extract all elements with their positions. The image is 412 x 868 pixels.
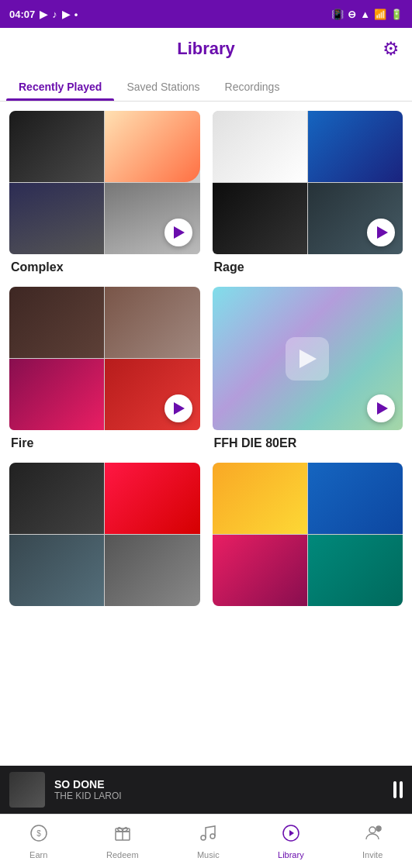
card-label-fire: Fire bbox=[9, 436, 200, 450]
page-title: Library bbox=[177, 39, 235, 59]
card-image-complex bbox=[9, 111, 200, 254]
collage-cell-3 bbox=[9, 535, 104, 606]
nav-label-music: Music bbox=[197, 850, 220, 859]
youtube-icon: ▶ bbox=[40, 9, 47, 20]
card-label-rage: Rage bbox=[213, 260, 403, 274]
library-icon bbox=[282, 824, 300, 847]
card-ffh: FFH DIE 80ER bbox=[213, 287, 403, 450]
ffh-play-icon bbox=[286, 337, 329, 381]
collage-cell-2 bbox=[308, 463, 403, 534]
tab-saved-stations[interactable]: Saved Stations bbox=[114, 70, 212, 101]
collage-cell-2 bbox=[105, 463, 199, 534]
now-playing-artist: THE KID LAROI bbox=[54, 790, 384, 801]
row3l-collage bbox=[9, 463, 200, 606]
collage-cell-3 bbox=[213, 535, 307, 606]
row3r-collage bbox=[213, 463, 403, 606]
nav-item-invite[interactable]: $ Invite bbox=[355, 819, 390, 864]
now-playing-bar[interactable]: SO DONE THE KID LAROI bbox=[0, 766, 412, 814]
svg-marker-4 bbox=[377, 402, 388, 415]
wifi-icon: ▲ bbox=[360, 9, 370, 20]
minus-circle-icon: ⊖ bbox=[348, 9, 356, 20]
card-image-fire bbox=[9, 287, 200, 430]
collage-cell-4 bbox=[105, 535, 199, 606]
earn-icon: $ bbox=[29, 824, 48, 847]
status-right: 📳 ⊖ ▲ 📶 🔋 bbox=[331, 9, 403, 20]
now-playing-controls[interactable] bbox=[393, 781, 403, 798]
svg-marker-12 bbox=[289, 830, 294, 836]
collage-cell-2 bbox=[105, 111, 199, 182]
header: Library ⚙ bbox=[0, 28, 412, 70]
svg-point-10 bbox=[210, 834, 215, 839]
card-label-complex: Complex bbox=[9, 260, 200, 274]
svg-point-13 bbox=[369, 827, 376, 833]
collage-cell-3 bbox=[213, 183, 307, 254]
battery-icon: 🔋 bbox=[390, 9, 403, 20]
collage-cell-2 bbox=[105, 287, 199, 358]
now-playing-info: SO DONE THE KID LAROI bbox=[54, 778, 384, 801]
status-left: 04:07 ▶ ♪ ▶ • bbox=[9, 9, 78, 20]
dot-icon: • bbox=[74, 9, 78, 20]
tiktok-icon: ♪ bbox=[52, 9, 57, 20]
settings-icon[interactable]: ⚙ bbox=[383, 38, 400, 60]
svg-marker-1 bbox=[377, 226, 388, 239]
nav-item-music[interactable]: Music bbox=[189, 819, 227, 864]
card-image-rage bbox=[213, 111, 403, 254]
svg-marker-2 bbox=[174, 402, 185, 415]
play-button-ffh[interactable] bbox=[367, 394, 395, 422]
collage-cell-2 bbox=[308, 111, 403, 182]
card-rage: Rage bbox=[213, 111, 403, 274]
nav-item-library[interactable]: Library bbox=[270, 819, 312, 864]
card-fire: Fire bbox=[9, 287, 200, 450]
play-button-fire[interactable] bbox=[164, 394, 192, 422]
collage-cell-4 bbox=[308, 535, 403, 606]
svg-text:$: $ bbox=[377, 826, 380, 832]
vibrate-icon: 📳 bbox=[331, 9, 344, 20]
nav-item-redeem[interactable]: Redeem bbox=[99, 819, 147, 864]
nav-label-invite: Invite bbox=[362, 850, 383, 859]
nav-label-library: Library bbox=[278, 850, 304, 859]
card-complex: Complex bbox=[9, 111, 200, 274]
bottom-nav: $ Earn Redeem Music bbox=[0, 814, 412, 868]
pause-button[interactable] bbox=[393, 781, 403, 798]
svg-marker-0 bbox=[174, 226, 185, 239]
svg-text:$: $ bbox=[36, 829, 41, 838]
card-image-ffh bbox=[213, 287, 403, 430]
youtube-music-icon: ▶ bbox=[62, 9, 70, 20]
tabs-bar: Recently Played Saved Stations Recording… bbox=[0, 70, 412, 102]
card-image-row3-right bbox=[213, 463, 403, 606]
collage-cell-3 bbox=[9, 183, 104, 254]
invite-icon: $ bbox=[363, 824, 382, 847]
now-playing-title: SO DONE bbox=[54, 778, 384, 790]
card-row3-left bbox=[9, 463, 200, 606]
card-row3-right bbox=[213, 463, 403, 606]
card-label-ffh: FFH DIE 80ER bbox=[213, 436, 403, 450]
collage-cell-1 bbox=[9, 287, 104, 358]
collage-cell-3 bbox=[9, 359, 104, 430]
svg-marker-3 bbox=[299, 350, 317, 368]
nav-label-redeem: Redeem bbox=[106, 850, 139, 859]
now-playing-art bbox=[9, 772, 45, 808]
content-grid: Complex Rage bbox=[0, 102, 412, 615]
collage-cell-1 bbox=[213, 463, 307, 534]
nav-item-earn[interactable]: $ Earn bbox=[22, 819, 56, 864]
play-button-rage[interactable] bbox=[367, 219, 395, 246]
status-bar: 04:07 ▶ ♪ ▶ • 📳 ⊖ ▲ 📶 🔋 bbox=[0, 0, 412, 28]
collage-cell-1 bbox=[9, 463, 104, 534]
redeem-icon bbox=[113, 824, 132, 847]
play-button-complex[interactable] bbox=[164, 219, 192, 246]
collage-cell-1 bbox=[213, 111, 307, 182]
collage-cell-1 bbox=[9, 111, 104, 182]
tab-recently-played[interactable]: Recently Played bbox=[6, 70, 114, 101]
nav-label-earn: Earn bbox=[29, 850, 47, 859]
tab-recordings[interactable]: Recordings bbox=[213, 70, 293, 101]
svg-point-9 bbox=[201, 835, 206, 840]
music-icon bbox=[199, 824, 217, 847]
card-image-row3-left bbox=[9, 463, 200, 606]
time: 04:07 bbox=[9, 9, 35, 20]
signal-icon: 📶 bbox=[374, 9, 386, 20]
